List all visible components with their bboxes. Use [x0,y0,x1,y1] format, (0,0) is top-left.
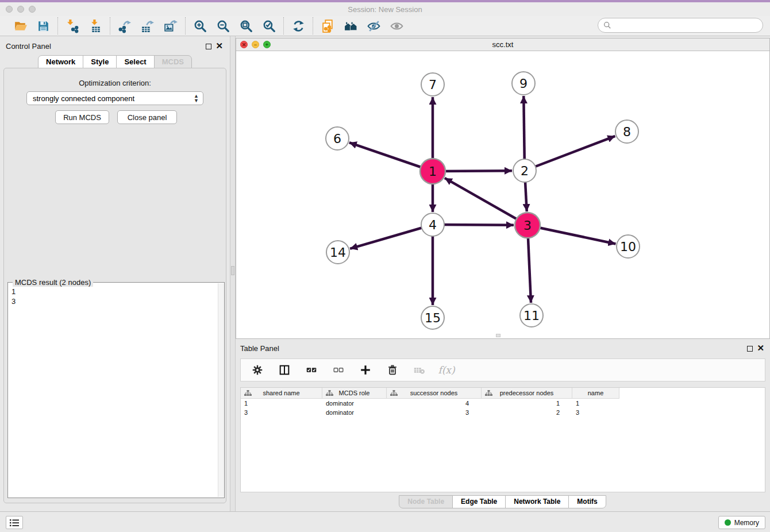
new-network-from-selection-icon[interactable] [320,18,335,33]
float-panel-icon[interactable] [206,44,211,49]
table-cell[interactable]: 2 [482,408,572,417]
node-7[interactable]: 7 [421,73,444,96]
node-14[interactable]: 14 [326,241,349,264]
zoom-selected-icon[interactable] [261,18,276,33]
criterion-select[interactable]: strongly connected component ▲▼ [26,91,203,105]
column-header-shared-name[interactable]: shared name [241,388,322,399]
column-header-predecessor-nodes[interactable]: predecessor nodes [482,388,572,399]
import-network-icon[interactable] [65,18,80,33]
deselect-all-columns-icon[interactable] [331,363,346,377]
node-table: shared nameMCDS rolesuccessor nodesprede… [240,387,765,492]
edge-2-8[interactable] [525,136,615,171]
toolbar-group [58,18,110,33]
save-session-icon[interactable] [36,18,51,33]
close-table-panel-icon[interactable]: ✕ [757,344,764,353]
network-resize-handle[interactable] [496,334,500,337]
first-neighbors-icon[interactable] [343,18,358,33]
close-panel-button[interactable]: Close panel [117,110,177,124]
export-table-icon[interactable] [140,18,155,33]
maximize-window-icon[interactable] [29,6,36,13]
mcds-result-node[interactable]: 3 [11,296,217,306]
edge-4-14[interactable] [350,225,433,249]
mcds-result-list[interactable]: 13 [8,284,217,496]
node-10[interactable]: 10 [617,235,640,258]
import-table-icon[interactable] [88,18,103,33]
tab-motifs[interactable]: Motifs [568,495,606,508]
float-table-panel-icon[interactable] [747,346,753,352]
network-canvas[interactable]: 7968124314101511 [236,51,769,338]
network-window-titlebar[interactable]: ✕ − + scc.txt [236,38,769,51]
tab-node-table[interactable]: Node Table [399,495,453,508]
toolbar-groups [6,17,411,34]
table-cell[interactable]: 1 [482,399,572,408]
node-6[interactable]: 6 [326,127,349,150]
network-window-title: scc.txt [236,40,769,49]
delete-column-icon[interactable] [385,363,400,377]
main-toolbar [0,16,770,36]
search-input[interactable] [614,21,752,30]
node-8[interactable]: 8 [615,120,638,143]
add-column-icon[interactable] [358,363,373,377]
column-label: successor nodes [410,390,458,396]
node-2[interactable]: 2 [513,159,536,182]
zoom-in-icon[interactable] [192,18,207,33]
tab-style[interactable]: Style [83,55,117,69]
result-scrollbar[interactable] [218,283,224,497]
node-1[interactable]: 1 [420,159,445,184]
node-15[interactable]: 15 [421,306,444,329]
table-cell[interactable]: dominator [322,399,387,408]
open-session-icon[interactable] [13,18,28,33]
table-cell[interactable]: 3 [572,408,619,417]
edge-3-1[interactable] [445,178,528,225]
tab-network[interactable]: Network [38,55,83,69]
node-11[interactable]: 11 [520,304,543,327]
zoom-out-icon[interactable] [215,18,230,33]
table-cell[interactable]: 3 [387,408,482,417]
table-mode-gear-icon[interactable] [250,363,265,377]
column-header-successor-nodes[interactable]: successor nodes [387,388,482,399]
memory-button[interactable]: Memory [718,516,765,529]
column-header-MCDS-role[interactable]: MCDS role [322,388,387,399]
run-mcds-button[interactable]: Run MCDS [55,110,109,124]
table-cell[interactable]: 1 [241,399,322,408]
tab-mcds[interactable]: MCDS [154,55,192,69]
tab-edge-table[interactable]: Edge Table [452,495,506,508]
table-row[interactable]: 3dominator323 [241,408,765,417]
search-box[interactable] [598,18,763,33]
minimize-window-icon[interactable] [17,6,24,13]
tab-network-table[interactable]: Network Table [505,495,569,508]
table-cell[interactable]: 3 [241,408,322,417]
panel-splitter[interactable] [230,36,236,511]
table-panel: Table Panel ✕ f(x) shared nameMCDS roles… [236,342,770,511]
select-all-columns-icon[interactable] [304,363,319,377]
node-4[interactable]: 4 [421,213,444,236]
table-cell[interactable]: 1 [572,399,619,408]
table-cell[interactable]: dominator [322,408,387,417]
export-network-icon[interactable] [117,18,132,33]
show-all-icon[interactable] [389,18,404,33]
task-history-button[interactable] [6,516,23,529]
table-cell[interactable]: 4 [387,399,482,408]
toggle-column-pane-icon[interactable] [277,363,292,377]
edge-4-3[interactable] [433,225,514,225]
column-header-name[interactable]: name [572,388,619,399]
table-row[interactable]: 1dominator411 [241,399,765,408]
hide-selected-icon[interactable] [366,18,381,33]
close-panel-icon[interactable]: ✕ [215,41,223,51]
window-title: Session: New Session [0,5,770,14]
zoom-fit-icon[interactable] [238,18,253,33]
window-controls [6,6,36,13]
mcds-result-node[interactable]: 1 [11,287,217,296]
application-window: Session: New Session Control Panel ✕ Net… [0,0,770,532]
tab-select[interactable]: Select [116,55,154,69]
table-body: 1dominator4113dominator323 [241,399,765,417]
export-image-icon[interactable] [163,18,178,33]
close-window-icon[interactable] [6,6,13,13]
refresh-view-icon[interactable] [291,18,306,33]
svg-text:8: 8 [623,125,631,139]
splitter-handle[interactable] [231,266,234,275]
edge-3-10[interactable] [528,225,615,244]
node-3[interactable]: 3 [515,213,540,238]
node-9[interactable]: 9 [512,72,535,95]
svg-text:11: 11 [523,309,540,323]
